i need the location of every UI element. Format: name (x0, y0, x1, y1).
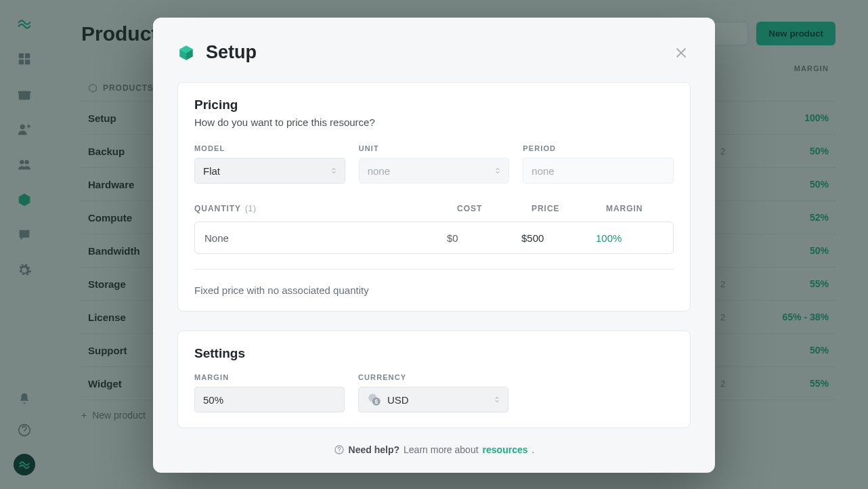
help-dot: . (532, 444, 535, 455)
pricing-card: Pricing How do you want to price this re… (177, 82, 691, 312)
modal-title: Setup (206, 42, 257, 63)
margin-value: 50% (203, 394, 223, 406)
help-bold: Need help? (349, 444, 399, 455)
model-label: MODEL (194, 144, 345, 152)
margin-label: MARGIN (194, 373, 345, 381)
pricing-heading: Pricing (194, 98, 674, 112)
unit-label: UNIT (359, 144, 510, 152)
close-icon (674, 46, 688, 60)
coins-icon: $ (367, 392, 382, 407)
close-button[interactable] (672, 43, 691, 62)
quantity-margin: 100% (596, 232, 664, 244)
settings-heading: Settings (194, 346, 674, 361)
quantity-label: QUANTITY (194, 204, 241, 213)
svg-text:$: $ (374, 399, 378, 405)
divider (194, 269, 674, 270)
currency-label: CURRENCY (358, 373, 508, 381)
chevron-updown-icon (330, 167, 338, 175)
cost-header: COST (457, 204, 531, 213)
margin-input[interactable]: 50% (194, 387, 345, 412)
chevron-updown-icon (494, 167, 502, 175)
period-field: none (523, 158, 674, 184)
help-text: Learn more about (404, 444, 479, 455)
help-link[interactable]: resources (483, 444, 528, 455)
help-footer: Need help? Learn more about resources. (177, 444, 691, 455)
currency-value: USD (387, 394, 409, 406)
quantity-note: Fixed price with no associated quantity (194, 284, 674, 296)
quantity-count: (1) (245, 204, 256, 213)
quantity-row[interactable]: None $0 $500 100% (194, 221, 674, 254)
cube-icon (177, 44, 195, 62)
margin-header: MARGIN (606, 204, 674, 213)
setup-modal: Setup Pricing How do you want to price t… (153, 18, 715, 473)
quantity-name: None (204, 232, 447, 244)
price-header: PRICE (531, 204, 606, 213)
model-value: Flat (203, 165, 220, 177)
period-label: PERIOD (523, 144, 674, 152)
pricing-subheading: How do you want to price this resource? (194, 116, 674, 128)
modal-header: Setup (177, 42, 691, 63)
help-icon (334, 444, 345, 455)
quantity-price: $500 (521, 232, 596, 244)
chevron-updown-icon (493, 396, 501, 404)
settings-card: Settings MARGIN 50% CURRENCY $ USD (177, 331, 691, 428)
unit-select[interactable]: none (359, 158, 510, 184)
quantity-cost: $0 (447, 232, 521, 244)
currency-select[interactable]: $ USD (358, 387, 508, 412)
period-value: none (531, 165, 554, 177)
unit-value: none (368, 165, 390, 177)
model-select[interactable]: Flat (194, 158, 345, 184)
